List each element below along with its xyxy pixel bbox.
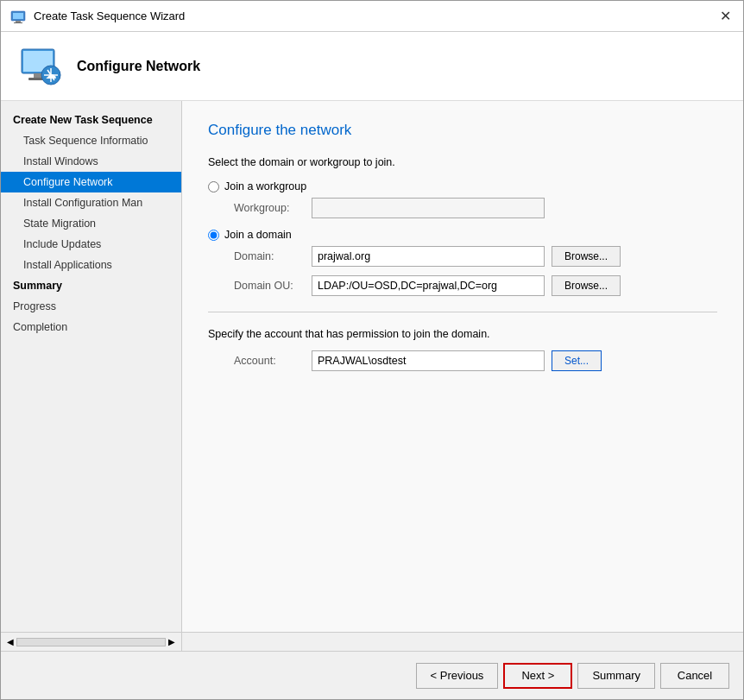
domain-ou-form-row: Domain OU: Browse... [208,275,717,296]
set-button[interactable]: Set... [552,350,602,371]
workgroup-radio-label[interactable]: Join a workgroup [224,180,306,192]
domain-radio[interactable] [208,230,219,241]
sidebar-item-include-updates[interactable]: Include Updates [1,234,181,255]
scrollbar-area: ◀ ▶ [1,632,743,651]
account-input[interactable] [312,350,545,371]
workgroup-radio-row: Join a workgroup [208,180,717,192]
workgroup-group: Join a workgroup Workgroup: [208,180,717,218]
sidebar-item-install-windows[interactable]: Install Windows [1,151,181,172]
scroll-left-arrow[interactable]: ◀ [4,637,16,646]
title-bar: Create Task Sequence Wizard ✕ [1,1,743,32]
domain-input[interactable] [312,246,545,267]
header-title: Configure Network [77,59,200,74]
sidebar-item-install-applications[interactable]: Install Applications [1,255,181,275]
domain-label: Domain: [234,250,312,262]
domain-form-row: Domain: Browse... [208,246,717,267]
scroll-right-arrow[interactable]: ▶ [166,637,178,646]
account-form-row: Account: Set... [208,350,717,371]
close-button[interactable]: ✕ [716,6,735,26]
footer: < Previous Next > Summary Cancel [1,651,743,699]
domain-ou-input[interactable] [312,275,545,296]
domain-ou-browse-button[interactable]: Browse... [552,275,621,296]
header-area: ☁ Configure Network [1,32,743,101]
wizard-icon [9,8,27,25]
workgroup-label: Workgroup: [234,202,312,214]
next-button[interactable]: Next > [503,663,572,689]
wizard-window: Create Task Sequence Wizard ✕ ☁ Configur… [0,0,744,700]
summary-button[interactable]: Summary [577,663,655,689]
sidebar-item-create-new-task-sequence[interactable]: Create New Task Sequence [1,110,181,130]
sidebar-item-install-config-manager[interactable]: Install Configuration Man [1,192,181,213]
panel-title: Configure the network [208,122,717,139]
sidebar-item-task-sequence-info[interactable]: Task Sequence Informatio [1,130,181,151]
title-bar-left: Create Task Sequence Wizard [9,8,185,25]
content-area: Create New Task Sequence Task Sequence I… [1,101,743,632]
account-label: Account: [234,355,312,367]
sidebar-item-state-migration[interactable]: State Migration [1,213,181,234]
sidebar-item-configure-network[interactable]: Configure Network [1,172,181,192]
title-bar-text: Create Task Sequence Wizard [34,9,185,22]
account-section-text: Specify the account that has permission … [208,328,717,340]
header-icon: ☁ [18,44,63,89]
sidebar-scrollbar: ◀ ▶ [1,633,182,651]
sidebar-item-progress[interactable]: Progress [1,296,181,317]
svg-rect-6 [34,73,42,78]
sidebar-item-summary[interactable]: Summary [1,275,181,296]
sidebar-item-completion[interactable]: Completion [1,317,181,337]
scroll-track[interactable] [16,638,166,646]
workgroup-radio[interactable] [208,181,219,192]
domain-browse-button[interactable]: Browse... [552,246,621,267]
domain-group: Join a domain Domain: Browse... Domain O… [208,229,717,296]
main-panel: Configure the network Select the domain … [182,101,743,632]
previous-button[interactable]: < Previous [416,663,499,689]
workgroup-input[interactable] [312,198,545,218]
svg-rect-2 [16,21,21,22]
svg-rect-3 [14,22,22,23]
domain-ou-label: Domain OU: [234,280,312,292]
main-scroll-spacer [182,633,743,651]
domain-radio-row: Join a domain [208,229,717,241]
cancel-button[interactable]: Cancel [660,663,729,689]
select-domain-text: Select the domain or workgroup to join. [208,156,717,168]
workgroup-form-row: Workgroup: [208,198,717,218]
sidebar: Create New Task Sequence Task Sequence I… [1,101,182,632]
divider [208,312,717,312]
svg-rect-1 [13,13,23,19]
domain-radio-label[interactable]: Join a domain [224,229,292,241]
